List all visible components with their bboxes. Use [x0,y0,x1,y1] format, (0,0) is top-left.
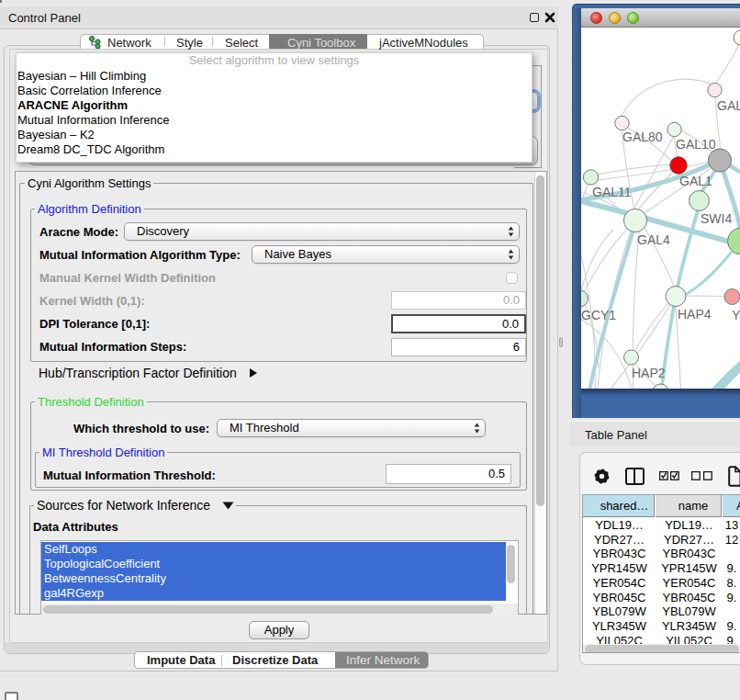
svg-text:GAL80: GAL80 [622,130,663,144]
svg-text:GAL7: GAL7 [717,98,740,113]
svg-text:GAL11: GAL11 [592,185,632,199]
svg-text:GCY1: GCY1 [581,308,616,322]
svg-text:GAL10: GAL10 [676,137,716,152]
svg-text:Y: Y [732,308,740,322]
svg-text:GAL4: GAL4 [637,232,670,247]
svg-text:HAP4: HAP4 [678,307,712,322]
svg-text:GAL1: GAL1 [679,174,712,188]
svg-text:HAP2: HAP2 [632,366,666,380]
svg-text:SWI4: SWI4 [701,211,732,226]
